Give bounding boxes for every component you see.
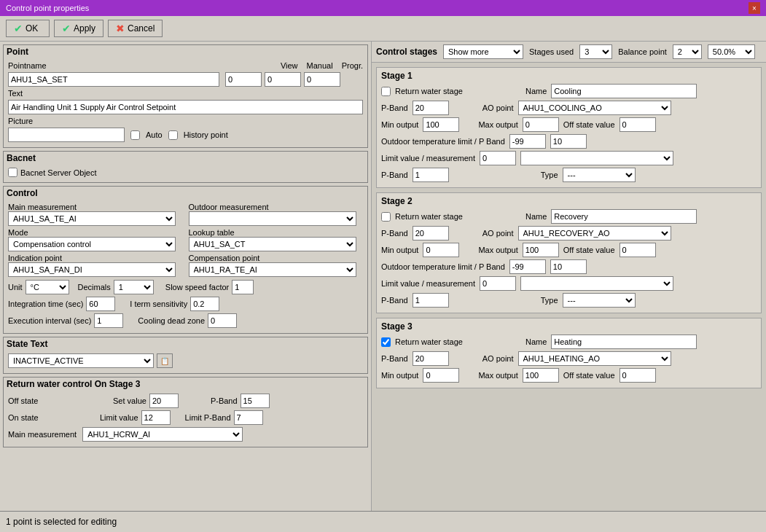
stage-3-min-label: Min output <box>381 371 418 380</box>
stage-2-pband2-input[interactable] <box>413 293 449 308</box>
apply-icon: ✔ <box>62 23 71 34</box>
stage-1-ao-label: AO point <box>482 103 514 112</box>
unit-select[interactable]: °C <box>26 280 69 294</box>
main-meas-label: Main measurement <box>8 203 183 211</box>
decimals-select[interactable]: 1 <box>114 280 154 294</box>
view-input[interactable] <box>225 72 262 87</box>
stage-3-off-state-input[interactable] <box>620 368 656 383</box>
stage-2-outdoor-pband-input[interactable] <box>550 259 587 274</box>
state-text-edit-button[interactable]: 📋 <box>157 353 173 368</box>
lookup-label: Lookup table <box>189 228 364 237</box>
stage-1-off-state-input[interactable] <box>620 117 656 132</box>
stage-1-outdoor-input[interactable] <box>509 134 546 149</box>
pointname-input[interactable] <box>8 72 219 87</box>
window-close-button[interactable]: × <box>749 2 760 14</box>
stage-2-pband-input[interactable] <box>413 226 449 240</box>
stage-1-outdoor-pband-input[interactable] <box>550 134 587 149</box>
stage-2-limit-input[interactable] <box>480 276 516 291</box>
state-text-content: INACTIVE_ACTIVE 📋 <box>4 351 367 373</box>
return-main-meas-label: Main measurement <box>8 430 77 439</box>
stage-3-min-input[interactable] <box>423 368 459 383</box>
execution-label: Execution interval (sec) <box>8 316 91 325</box>
history-checkbox[interactable] <box>168 130 178 140</box>
stage-3-ao-select[interactable]: AHU1_HEATING_AO <box>518 351 671 366</box>
stages-used-select[interactable]: 3 <box>579 44 612 59</box>
limit-value-input[interactable] <box>141 410 171 425</box>
cancel-button[interactable]: ✖ Cancel <box>108 20 163 37</box>
progr-input[interactable] <box>304 72 340 87</box>
mode-select[interactable]: Compensation control <box>8 237 176 251</box>
stage-2-pband2-label: P-Band <box>381 296 408 305</box>
ok-button[interactable]: ✔ OK <box>6 20 50 37</box>
stage-1-max-input[interactable] <box>523 117 559 132</box>
stage-1-pband-input[interactable] <box>413 101 449 115</box>
show-more-select[interactable]: Show more <box>443 44 523 59</box>
stage-1-min-input[interactable] <box>423 117 459 132</box>
picture-input[interactable] <box>8 128 125 142</box>
integration-input[interactable] <box>86 297 115 311</box>
iterm-input[interactable] <box>190 297 219 311</box>
comp-select[interactable]: AHU1_RA_TE_AI <box>189 262 356 277</box>
apply-button[interactable]: ✔ Apply <box>54 20 103 37</box>
history-label: History point <box>184 130 228 139</box>
stage-2-return-water-checkbox[interactable] <box>381 212 391 222</box>
lookup-select[interactable]: AHU1_SA_CT <box>189 237 356 251</box>
auto-label: Auto <box>146 130 163 139</box>
stage-2-ao-select[interactable]: AHU1_RECOVERY_AO <box>518 226 671 240</box>
point-section: Point Pointname View Manual Progr. Text <box>3 44 368 148</box>
stage-1-name-input[interactable] <box>551 84 697 98</box>
text-input[interactable] <box>8 100 363 114</box>
stage-2-max-input[interactable] <box>523 243 559 257</box>
stage-2-name-input[interactable] <box>551 209 697 224</box>
stage-2-min-input[interactable] <box>423 243 459 257</box>
pband-input[interactable] <box>241 394 270 408</box>
on-state-label: On state <box>8 413 52 422</box>
mode-lookup-grid: Mode Compensation control Lookup table A… <box>8 228 363 251</box>
stage-3-pband-row: P-Band AO point AHU1_HEATING_AO <box>381 351 757 366</box>
balance-point-select[interactable]: 2 <box>673 44 702 59</box>
stage-1-pband2-input[interactable] <box>413 168 449 182</box>
limit-pband-input[interactable] <box>234 410 263 425</box>
stage-3-return-water-checkbox[interactable] <box>381 337 391 347</box>
stage-2-type-select[interactable]: --- <box>563 293 636 308</box>
stage-3-output-row: Min output Max output Off state value <box>381 368 757 383</box>
stages-used-label: Stages used <box>529 47 574 56</box>
execution-input[interactable] <box>94 313 123 328</box>
stage-1-return-water-checkbox[interactable] <box>381 87 391 96</box>
outdoor-meas-select[interactable] <box>189 211 356 226</box>
percentage-select[interactable]: 50.0% <box>708 44 755 59</box>
stage-1-output-row: Min output Max output Off state value <box>381 117 757 132</box>
stage-1-title: Stage 1 <box>381 71 757 81</box>
auto-checkbox[interactable] <box>130 130 140 140</box>
set-value-input[interactable] <box>149 394 179 408</box>
stage-2-outdoor-input[interactable] <box>509 259 546 274</box>
stages-scroll-area[interactable]: Stage 1 Return water stage Name P-Band A… <box>372 63 766 511</box>
state-text-row: INACTIVE_ACTIVE 📋 <box>8 353 363 368</box>
slow-speed-input[interactable] <box>232 280 254 294</box>
stage-3-max-input[interactable] <box>523 368 559 383</box>
cooling-dead-label: Cooling dead zone <box>138 316 205 325</box>
stage-3-name-label: Name <box>525 337 547 346</box>
stage-1-pband2-label: P-Band <box>381 171 408 179</box>
stage-1-type-select[interactable]: --- <box>563 168 636 182</box>
cooling-dead-input[interactable] <box>208 313 237 328</box>
outdoor-meas-label: Outdoor measurement <box>189 203 364 211</box>
main-meas-select[interactable]: AHU1_SA_TE_AI <box>8 211 176 226</box>
stage-2-limit-label: Limit value / measurement <box>381 279 475 288</box>
stage-2-limit-select[interactable] <box>520 276 673 291</box>
stage-3-name-input[interactable] <box>551 335 697 349</box>
state-text-select[interactable]: INACTIVE_ACTIVE <box>8 353 154 368</box>
stage-2-off-state-input[interactable] <box>620 243 656 257</box>
manual-input[interactable] <box>265 72 301 87</box>
bacnet-server-checkbox[interactable] <box>8 168 17 177</box>
stage-1-ao-select[interactable]: AHU1_COOLING_AO <box>518 101 671 115</box>
stage-1-outdoor-label: Outdoor temperature limit / P Band <box>381 137 505 146</box>
stage-1-limit-select[interactable] <box>520 151 673 165</box>
return-main-meas-select[interactable]: AHU1_HCRW_AI <box>82 427 243 442</box>
main-content: Point Pointname View Manual Progr. Text <box>0 42 766 511</box>
stage-2-name-label: Name <box>525 212 547 221</box>
indication-select[interactable]: AHU1_SA_FAN_DI <box>8 262 176 277</box>
state-text-title: State Text <box>4 337 367 351</box>
stage-3-pband-input[interactable] <box>413 351 449 366</box>
stage-1-limit-input[interactable] <box>480 151 516 165</box>
